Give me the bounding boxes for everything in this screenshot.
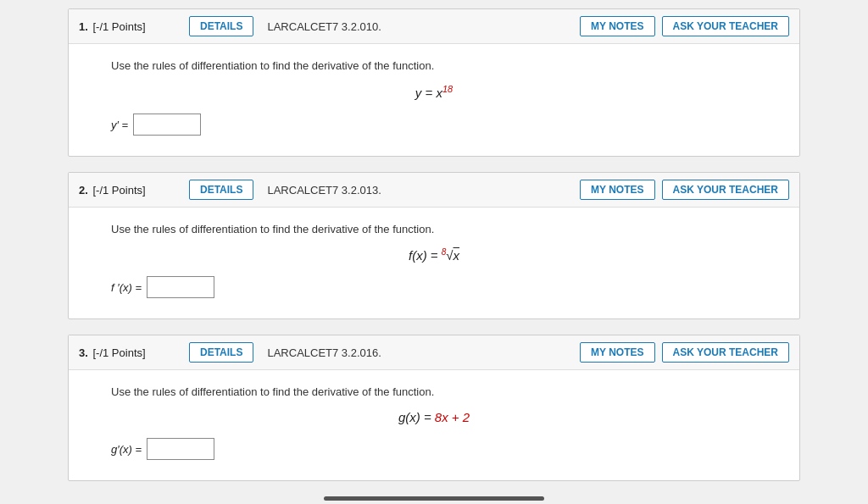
problem-1-header: 1. [-/1 Points] DETAILS LARCALCET7 3.2.0…	[69, 9, 799, 44]
problem-3-answer-label: g′(x) =	[111, 443, 142, 456]
problem-1-num-label: 1.	[79, 20, 88, 33]
problem-2-answer-input[interactable]	[147, 276, 214, 298]
problem-3-answer-input[interactable]	[147, 438, 214, 460]
problem-3-mynotes-button[interactable]: MY NOTES	[580, 342, 654, 363]
problem-2-details-button[interactable]: DETAILS	[189, 180, 253, 200]
problem-1-answer-label: y′ =	[111, 119, 128, 131]
problem-3-body: Use the rules of differentiation to find…	[69, 370, 799, 480]
problem-3: 3. [-/1 Points] DETAILS LARCALCET7 3.2.0…	[68, 335, 800, 481]
problem-1-details-button[interactable]: DETAILS	[189, 16, 253, 36]
problem-2-answer-label: f ′(x) =	[111, 281, 142, 294]
problem-2-points: [-/1 Points]	[92, 184, 145, 197]
problem-2: 2. [-/1 Points] DETAILS LARCALCET7 3.2.0…	[68, 172, 800, 319]
problem-1-instruction: Use the rules of differentiation to find…	[111, 59, 757, 72]
problem-3-header: 3. [-/1 Points] DETAILS LARCALCET7 3.2.0…	[69, 335, 799, 370]
problem-1-answer-row: y′ =	[111, 114, 757, 136]
scroll-indicator	[68, 496, 800, 501]
problem-2-askteacher-button[interactable]: ASK YOUR TEACHER	[662, 180, 789, 200]
problem-1-body: Use the rules of differentiation to find…	[69, 44, 799, 156]
problem-2-actions: MY NOTES ASK YOUR TEACHER	[580, 180, 789, 200]
problem-2-code: LARCALCET7 3.2.013.	[267, 184, 571, 197]
problem-2-answer-row: f ′(x) =	[111, 276, 757, 298]
problem-1-code: LARCALCET7 3.2.010.	[267, 20, 571, 33]
problem-3-details-button[interactable]: DETAILS	[189, 342, 253, 363]
problem-3-num-label: 3.	[79, 346, 88, 359]
problem-1: 1. [-/1 Points] DETAILS LARCALCET7 3.2.0…	[68, 8, 800, 157]
problem-2-number: 2. [-/1 Points]	[79, 184, 181, 197]
problem-3-code: LARCALCET7 3.2.016.	[267, 346, 571, 359]
problem-3-instruction: Use the rules of differentiation to find…	[111, 385, 757, 398]
problem-2-body: Use the rules of differentiation to find…	[69, 208, 799, 318]
problem-1-mynotes-button[interactable]: MY NOTES	[580, 16, 654, 36]
problem-2-math: f(x) = 8√x	[111, 247, 757, 263]
problem-1-askteacher-button[interactable]: ASK YOUR TEACHER	[662, 16, 789, 36]
problem-1-number: 1. [-/1 Points]	[79, 20, 181, 33]
problem-2-instruction: Use the rules of differentiation to find…	[111, 223, 757, 235]
problem-3-points: [-/1 Points]	[92, 346, 145, 359]
problem-1-answer-input[interactable]	[133, 114, 201, 136]
problem-1-actions: MY NOTES ASK YOUR TEACHER	[580, 16, 789, 36]
problem-2-num-label: 2.	[79, 184, 88, 197]
problem-1-points: [-/1 Points]	[92, 20, 145, 33]
problem-3-math: g(x) = 8x + 2	[111, 410, 757, 424]
problem-2-mynotes-button[interactable]: MY NOTES	[580, 180, 654, 200]
problem-3-number: 3. [-/1 Points]	[79, 346, 181, 359]
problem-3-actions: MY NOTES ASK YOUR TEACHER	[580, 342, 789, 363]
problem-3-answer-row: g′(x) =	[111, 438, 757, 460]
problem-3-askteacher-button[interactable]: ASK YOUR TEACHER	[662, 342, 789, 363]
problem-1-math: y = x18	[111, 84, 757, 100]
scrollbar-bar[interactable]	[324, 496, 544, 501]
problem-2-header: 2. [-/1 Points] DETAILS LARCALCET7 3.2.0…	[69, 173, 799, 208]
